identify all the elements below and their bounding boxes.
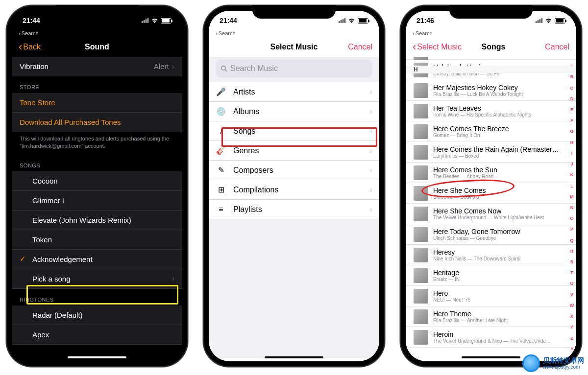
index-letter[interactable]: P	[568, 227, 575, 232]
category-row-composers[interactable]: ✎Composers›	[209, 161, 379, 180]
index-letter[interactable]: Y	[568, 325, 575, 329]
category-row-songs[interactable]: ♪Songs›	[209, 121, 379, 141]
home-indicator[interactable]	[265, 356, 323, 358]
alphabet-index[interactable]: ABCDEFGHIJKLMNOPQRSTUVWXYZ#	[568, 61, 575, 354]
index-letter[interactable]: X	[568, 314, 575, 319]
song-row[interactable]: Here Today, Gone TomorrowUlrich Schnauss…	[406, 224, 576, 245]
row-tone-store[interactable]: Tone Store	[12, 93, 182, 113]
index-letter[interactable]: M	[568, 194, 575, 199]
back-button[interactable]: ‹ Back	[19, 41, 63, 53]
home-indicator[interactable]	[68, 356, 126, 358]
row-pick-a-song[interactable]: Pick a song ›	[12, 269, 182, 289]
song-subtitle: Iron & Wine — His Specific Alphabetic Ni…	[433, 112, 566, 117]
song-row[interactable]: Here Comes the Rain Again (Remaster…Eury…	[406, 142, 576, 163]
chevron-right-icon: ›	[370, 205, 372, 214]
category-row-artists[interactable]: 🎤Artists›	[209, 82, 379, 102]
home-indicator[interactable]	[462, 356, 520, 358]
album-art	[414, 124, 428, 139]
index-letter[interactable]: O	[568, 216, 575, 221]
song-subtitle: The Velvet Underground & Nico — The Velv…	[433, 338, 566, 344]
song-row[interactable]: HeritageErsatz — IN	[406, 265, 576, 286]
index-letter[interactable]: F	[568, 118, 575, 123]
search-breadcrumb-label: Search	[22, 30, 39, 36]
index-letter[interactable]: C	[568, 86, 575, 91]
album-art	[414, 227, 428, 242]
cancel-button[interactable]: Cancel	[328, 43, 372, 51]
song-subtitle: Fila Brazillia — Luck Be A Weirdo Tonigh…	[433, 92, 566, 97]
song-label: Elevate (John Wizards Remix)	[32, 216, 131, 224]
screen-songs-list: 21:46 ‹ Search ‹ Select Music Songs Canc…	[406, 11, 576, 361]
row-song[interactable]: Cocoon	[12, 171, 182, 191]
index-letter[interactable]: #	[568, 347, 575, 352]
chevron-right-icon: ›	[370, 127, 372, 136]
category-row-albums[interactable]: 💿Albums›	[209, 102, 379, 121]
row-ringtone[interactable]: Radar (Default)	[12, 305, 182, 325]
index-letter[interactable]: B	[568, 74, 575, 79]
row-song[interactable]: ✓Acknowledgement	[12, 250, 182, 269]
checkmark-icon: ✓	[20, 255, 26, 263]
song-row[interactable]: HeresyNine Inch Nails — The Downward Spi…	[406, 245, 576, 265]
song-row[interactable]: Here She Comes NowThe Velvet Underground…	[406, 204, 576, 224]
index-letter[interactable]: V	[568, 292, 575, 297]
row-song[interactable]: Token	[12, 230, 182, 250]
index-letter[interactable]: G	[568, 129, 575, 134]
row-download-all[interactable]: Download All Purchased Tones	[12, 113, 182, 132]
search-breadcrumb[interactable]: ‹ Search	[209, 30, 379, 37]
watermark-name: 贝斯特安卓网	[543, 357, 584, 364]
search-input[interactable]: Search Music	[216, 60, 372, 77]
index-letter[interactable]: W	[568, 303, 575, 308]
index-letter[interactable]: H	[568, 140, 575, 145]
index-letter[interactable]: T	[568, 270, 575, 275]
pick-a-song-label: Pick a song	[32, 275, 71, 283]
song-title: Here Today, Gone Tomorrow	[433, 228, 566, 235]
song-row[interactable]: HeroinThe Velvet Underground & Nico — Th…	[406, 327, 576, 348]
index-letter[interactable]: Z	[568, 336, 575, 341]
album-art	[414, 268, 428, 283]
index-letter[interactable]: U	[568, 281, 575, 286]
search-breadcrumb[interactable]: ‹ Search	[12, 30, 182, 37]
index-letter[interactable]: K	[568, 172, 575, 177]
album-art	[414, 145, 428, 160]
song-row[interactable]: HeroNEU! — Neu! '75	[406, 286, 576, 306]
index-letter[interactable]: R	[568, 249, 575, 254]
album-art	[414, 309, 428, 324]
row-song[interactable]: Elevate (John Wizards Remix)	[12, 211, 182, 230]
index-letter[interactable]: Q	[568, 238, 575, 243]
category-label: Compilations	[233, 186, 278, 194]
song-row[interactable]: Hero ThemeFila Brazillia — Another Late …	[406, 306, 576, 327]
song-title: Her Majesties Hokey Cokey	[433, 84, 566, 92]
back-button[interactable]: ‹ Select Music	[413, 41, 462, 53]
index-letter[interactable]: J	[568, 162, 575, 166]
chevron-right-icon: ›	[172, 274, 174, 283]
song-row[interactable]: Here Comes the SunThe Beatles — Abbey Ro…	[406, 163, 576, 183]
chevron-left-icon: ‹	[216, 30, 218, 36]
song-title: Here She Comes	[433, 187, 566, 194]
song-row[interactable]: Her Majesties Hokey CokeyFila Brazillia …	[406, 80, 576, 101]
album-art	[414, 248, 428, 262]
back-label: Back	[23, 43, 41, 51]
index-letter[interactable]: L	[568, 184, 575, 188]
song-row[interactable]: Here Comes The BreezeGomez — Bring It On	[406, 121, 576, 142]
index-letter[interactable]: D	[568, 96, 575, 101]
row-ringtone[interactable]: Apex	[12, 325, 182, 345]
category-label: Songs	[233, 127, 255, 136]
tone-store-label: Tone Store	[20, 98, 55, 107]
chevron-right-icon: ›	[370, 88, 372, 96]
song-row[interactable]: Her Tea LeavesIron & Wine — His Specific…	[406, 101, 576, 121]
song-subtitle: Fila Brazillia — Another Late Night	[433, 318, 566, 323]
index-letter[interactable]: N	[568, 205, 575, 210]
search-breadcrumb[interactable]: ‹ Search	[406, 30, 576, 37]
cancel-button[interactable]: Cancel	[525, 43, 569, 51]
screen-sound-settings: 21:44 ‹ Search ‹ Back Sound Vibration Al…	[12, 11, 182, 361]
category-row-playlists[interactable]: ≡Playlists›	[209, 200, 379, 219]
category-row-genres[interactable]: 🎸Genres›	[209, 141, 379, 161]
index-letter[interactable]: E	[568, 107, 575, 112]
index-letter[interactable]: S	[568, 259, 575, 264]
row-song[interactable]: Glimmer I	[12, 191, 182, 211]
index-letter[interactable]: I	[568, 151, 575, 156]
screen-select-music: 21:44 ‹ Search Select Music Cancel Searc…	[209, 11, 379, 361]
category-row-compilations[interactable]: ⊞Compilations›	[209, 180, 379, 200]
row-vibration[interactable]: Vibration Alert ›	[12, 57, 182, 76]
page-title: Sound	[63, 43, 131, 51]
song-row[interactable]: Here She ComesSlowdive — Souvlaki	[406, 183, 576, 204]
